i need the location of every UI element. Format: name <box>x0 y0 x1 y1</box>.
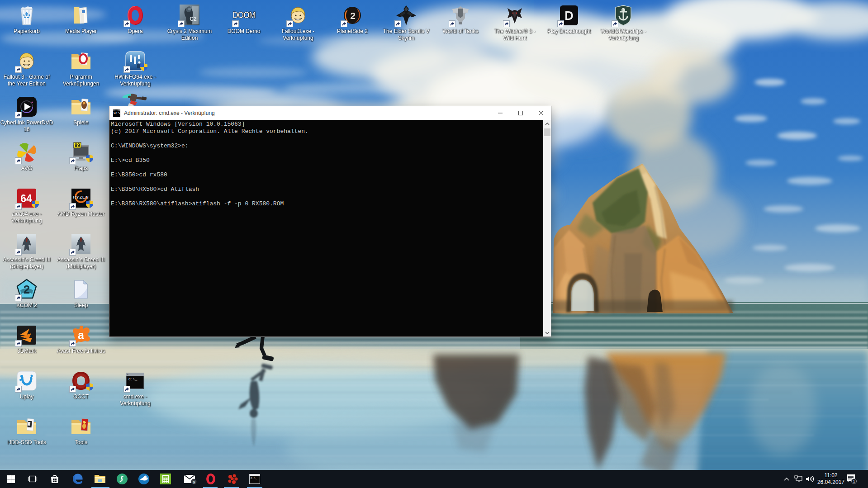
svg-text:D: D <box>564 9 574 23</box>
svg-text:9: 9 <box>193 480 195 484</box>
svg-text:C:\_: C:\_ <box>251 477 257 480</box>
svg-text:C2: C2 <box>190 16 197 22</box>
svg-text:DOOM: DOOM <box>232 10 256 20</box>
svg-text:2: 2 <box>24 283 30 296</box>
svg-text:1: 1 <box>853 479 855 484</box>
svg-text:C:\_: C:\_ <box>128 377 137 381</box>
svg-text:a: a <box>78 329 85 341</box>
svg-text:2: 2 <box>350 10 356 21</box>
svg-text:RYZEN: RYZEN <box>73 195 89 199</box>
svg-text:64: 64 <box>20 193 32 204</box>
svg-text:99: 99 <box>75 142 80 148</box>
